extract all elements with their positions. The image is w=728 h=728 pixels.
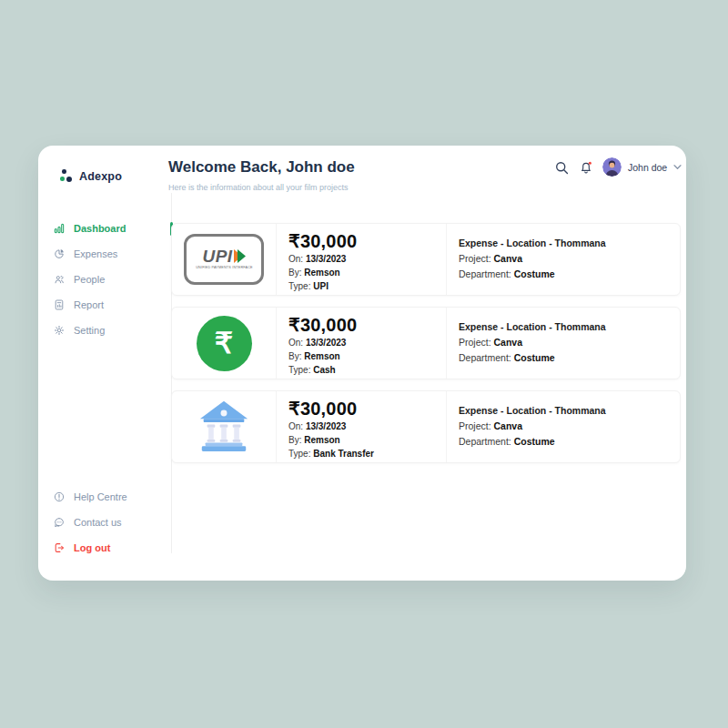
expense-project-line: Project: Canva bbox=[459, 335, 680, 350]
upi-logo-text: UPI bbox=[202, 248, 232, 265]
expense-amount-area: ₹30,000 On: 13/3/2023 By: Remson Type: U… bbox=[277, 224, 447, 295]
sidebar-item-report[interactable]: Report bbox=[53, 297, 162, 313]
notification-dot bbox=[589, 162, 592, 165]
sidebar-nav: Dashboard Expenses People bbox=[53, 220, 162, 348]
brand-name: Adexpo bbox=[79, 170, 122, 183]
payment-method-icon-area: UPI UNIFIED PAYMENTS INTERFACE ₹ bbox=[172, 308, 277, 379]
expense-info-area: Expense - Location - Thommana Project: C… bbox=[447, 391, 680, 462]
bar-chart-icon bbox=[53, 222, 66, 235]
user-menu[interactable]: John doe bbox=[602, 157, 682, 177]
bell-icon bbox=[578, 159, 594, 176]
page-title: Welcome Back, John doe bbox=[168, 158, 355, 177]
expense-by-line: By: Remson bbox=[288, 433, 446, 447]
pie-chart-icon bbox=[53, 248, 66, 260]
cash-rupee-icon: ₹ bbox=[197, 316, 252, 371]
upi-logo-icon: UPI UNIFIED PAYMENTS INTERFACE bbox=[184, 234, 264, 285]
page-subtitle: Here is the information about all your f… bbox=[168, 183, 349, 192]
avatar bbox=[602, 157, 622, 177]
expense-type-line: Type: Bank Transfer bbox=[288, 447, 446, 460]
sidebar-item-label: Contact us bbox=[74, 517, 122, 528]
expense-amount-area: ₹30,000 On: 13/3/2023 By: Remson Type: C… bbox=[277, 308, 447, 379]
chevron-down-icon bbox=[673, 165, 682, 170]
sidebar-item-help-centre[interactable]: Help Centre bbox=[53, 489, 162, 505]
payment-method-icon-area: UPI UNIFIED PAYMENTS INTERFACE ₹ bbox=[172, 224, 277, 295]
sidebar-item-setting[interactable]: Setting bbox=[53, 322, 162, 339]
expense-type-line: Type: UPI bbox=[288, 279, 446, 293]
sidebar-item-label: Expenses bbox=[74, 248, 117, 259]
upi-caption: UNIFIED PAYMENTS INTERFACE bbox=[196, 266, 253, 269]
expense-title: Expense - Location - Thommana bbox=[459, 403, 680, 419]
sidebar-item-label: Dashboard bbox=[74, 223, 126, 234]
sidebar-item-log-out[interactable]: Log out bbox=[53, 540, 162, 556]
expense-card[interactable]: UPI UNIFIED PAYMENTS INTERFACE ₹ bbox=[171, 307, 681, 379]
expense-department-line: Department: Costume bbox=[459, 350, 680, 366]
bank-icon bbox=[196, 397, 252, 457]
expense-by-line: By: Remson bbox=[288, 349, 446, 363]
sidebar-footer-nav: Help Centre Contact us Log out bbox=[53, 489, 162, 565]
people-icon bbox=[53, 273, 66, 286]
upi-arrow-icon bbox=[234, 249, 246, 263]
sidebar-item-expenses[interactable]: Expenses bbox=[53, 246, 162, 262]
sidebar-item-dashboard[interactable]: Dashboard bbox=[53, 220, 162, 237]
rupee-symbol: ₹ bbox=[215, 329, 233, 358]
sidebar-item-label: People bbox=[74, 274, 105, 285]
brand-logo-icon bbox=[60, 169, 73, 183]
help-icon bbox=[53, 490, 66, 503]
expense-department-line: Department: Costume bbox=[459, 267, 680, 282]
sidebar-item-label: Log out bbox=[74, 542, 110, 553]
expense-amount: ₹30,000 bbox=[288, 231, 446, 252]
expense-project-line: Project: Canva bbox=[459, 251, 680, 267]
expense-type-line: Type: Cash bbox=[288, 363, 446, 377]
sidebar-item-people[interactable]: People bbox=[53, 271, 162, 288]
expense-list: UPI UNIFIED PAYMENTS INTERFACE ₹ bbox=[171, 223, 681, 474]
expense-amount-area: ₹30,000 On: 13/3/2023 By: Remson Type: B… bbox=[277, 391, 447, 462]
search-button[interactable] bbox=[554, 160, 570, 179]
page-background: { "app": { "brand": "Adexpo" }, "header"… bbox=[0, 0, 728, 728]
expense-date-line: On: 13/3/2023 bbox=[288, 420, 446, 433]
expense-title: Expense - Location - Thommana bbox=[459, 319, 680, 335]
expense-card[interactable]: UPI UNIFIED PAYMENTS INTERFACE ₹ bbox=[171, 223, 681, 296]
expense-info-area: Expense - Location - Thommana Project: C… bbox=[447, 224, 680, 295]
expense-department-line: Department: Costume bbox=[459, 434, 680, 450]
payment-method-icon-area: UPI UNIFIED PAYMENTS INTERFACE ₹ bbox=[172, 391, 277, 462]
user-name: John doe bbox=[628, 162, 667, 173]
expense-amount: ₹30,000 bbox=[288, 399, 446, 420]
gear-icon bbox=[53, 324, 66, 337]
expense-date-line: On: 13/3/2023 bbox=[288, 336, 446, 349]
app-window: Adexpo Dashboard Expenses bbox=[38, 146, 686, 581]
sidebar-item-label: Report bbox=[74, 299, 104, 310]
search-icon bbox=[554, 160, 570, 176]
logout-icon bbox=[53, 541, 66, 554]
brand-logo: Adexpo bbox=[60, 169, 122, 183]
sidebar-item-label: Help Centre bbox=[74, 491, 127, 502]
notifications-button[interactable] bbox=[578, 159, 594, 179]
chat-icon bbox=[53, 516, 66, 529]
report-icon bbox=[53, 298, 66, 311]
expense-info-area: Expense - Location - Thommana Project: C… bbox=[447, 308, 680, 379]
expense-card[interactable]: UPI UNIFIED PAYMENTS INTERFACE ₹ bbox=[171, 390, 681, 463]
expense-project-line: Project: Canva bbox=[459, 419, 680, 434]
sidebar-item-label: Setting bbox=[74, 325, 105, 336]
sidebar-item-contact-us[interactable]: Contact us bbox=[53, 514, 162, 531]
expense-by-line: By: Remson bbox=[288, 266, 446, 279]
expense-amount: ₹30,000 bbox=[288, 315, 446, 336]
expense-title: Expense - Location - Thommana bbox=[459, 236, 680, 251]
expense-date-line: On: 13/3/2023 bbox=[288, 252, 446, 266]
